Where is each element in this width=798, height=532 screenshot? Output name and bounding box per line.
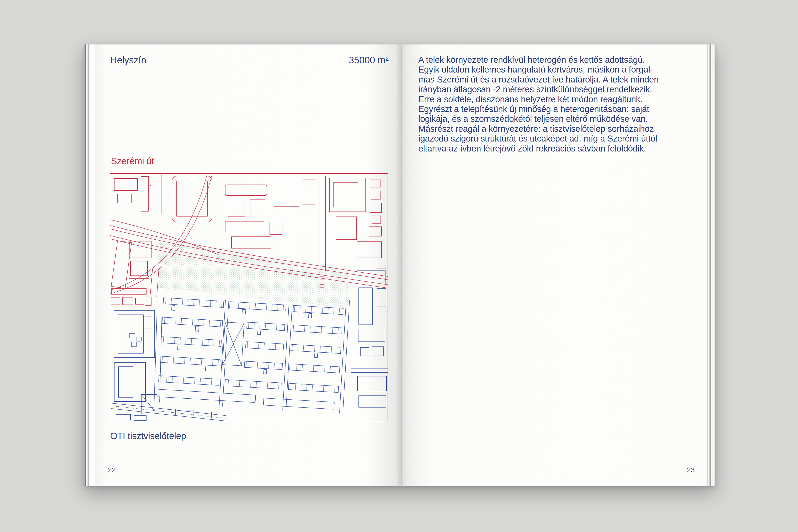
map-caption: OTI tisztviselőtelep xyxy=(110,431,186,441)
photo-backdrop: { "background_color": "#d8d8d7", "ink_co… xyxy=(0,0,798,532)
location-label: Helyszín xyxy=(110,54,146,66)
street-label: Szerémi út xyxy=(111,156,154,166)
right-page: A telek környezete rendkívül heterogén é… xyxy=(400,44,705,486)
page-header: Helyszín 35000 m² xyxy=(110,54,388,66)
body-paragraph: A telek környezete rendkívül heterogén é… xyxy=(418,55,699,153)
book-spread: Helyszín 35000 m² Szerémi út xyxy=(84,44,715,486)
left-page: Helyszín 35000 m² Szerémi út xyxy=(95,44,400,486)
spine-crease xyxy=(401,46,401,485)
page-edge-stack-left xyxy=(84,44,95,486)
page-number-right: 23 xyxy=(687,466,695,474)
page-edge-stack-right xyxy=(705,44,715,486)
site-map xyxy=(110,173,388,422)
area-value: 35000 m² xyxy=(349,54,388,66)
page-number-left: 22 xyxy=(108,466,116,474)
